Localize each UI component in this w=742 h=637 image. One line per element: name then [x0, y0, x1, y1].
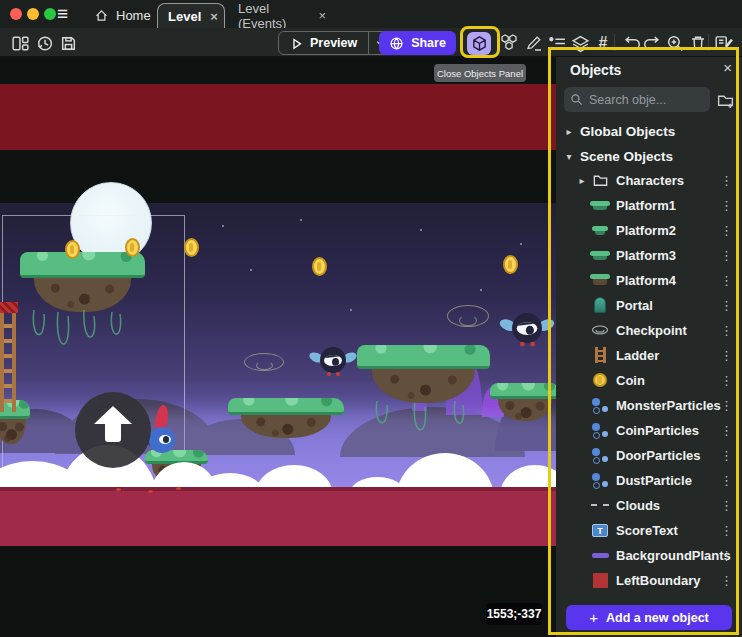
ufo-outline-object[interactable]: [447, 305, 489, 327]
plus-icon: +: [589, 609, 598, 626]
object-menu-icon[interactable]: ⋮: [720, 573, 733, 588]
add-folder-icon[interactable]: [714, 89, 736, 111]
close-panel-icon[interactable]: ×: [723, 59, 732, 76]
coin-object[interactable]: [125, 238, 140, 257]
platform-object[interactable]: [20, 252, 145, 312]
history-icon[interactable]: [32, 31, 56, 55]
pencil-edit-icon[interactable]: [522, 31, 546, 55]
object-row-checkpoint[interactable]: Checkpoint ⋮: [556, 318, 742, 342]
object-menu-icon[interactable]: ⋮: [720, 398, 733, 413]
section-scene-objects[interactable]: ▾ Scene Objects: [556, 144, 742, 168]
object-row-monsterparticles[interactable]: MonsterParticles ⋮: [556, 393, 742, 417]
object-menu-icon[interactable]: ⋮: [720, 373, 733, 388]
search-objects-field[interactable]: [564, 87, 710, 112]
close-tab-icon[interactable]: ×: [318, 8, 326, 23]
object-row-dustparticle[interactable]: DustParticle ⋮: [556, 468, 742, 492]
object-row-characters[interactable]: ▸ Characters ⋮: [556, 168, 742, 192]
objects-panel: Objects × ▸ Global Objects ▾ Scene Objec…: [556, 57, 742, 637]
object-menu-icon[interactable]: ⋮: [720, 473, 733, 488]
object-menu-icon[interactable]: ⋮: [720, 498, 733, 513]
panel-title: Objects: [570, 57, 621, 84]
tab-home[interactable]: Home: [84, 3, 154, 28]
add-new-object-button[interactable]: + Add a new object: [566, 605, 732, 630]
object-menu-icon[interactable]: ⋮: [720, 298, 733, 313]
object-row-leftboundary[interactable]: LeftBoundary ⋮: [556, 568, 742, 592]
edit-scene-properties-icon[interactable]: [712, 31, 736, 55]
chevron-collapsed-icon[interactable]: ▸: [562, 126, 576, 137]
grid-icon[interactable]: #: [591, 31, 615, 55]
particles-thumbnail-icon: [590, 446, 610, 464]
objects-panel-toggle[interactable]: [467, 31, 491, 55]
checkpoint-thumbnail-icon: [590, 321, 610, 339]
object-row-clouds[interactable]: Clouds ⋮: [556, 493, 742, 517]
zoom-window-button[interactable]: [44, 8, 56, 20]
panels-layout-icon[interactable]: [8, 31, 32, 55]
object-menu-icon[interactable]: ⋮: [720, 198, 733, 213]
instances-list-icon[interactable]: [545, 31, 569, 55]
jump-arrow-control[interactable]: [75, 392, 151, 468]
platform-object[interactable]: [490, 383, 556, 421]
object-menu-icon[interactable]: ⋮: [720, 323, 733, 338]
coin-object[interactable]: [184, 238, 199, 257]
object-row-platform3[interactable]: Platform3 ⋮: [556, 243, 742, 267]
scene-editor-canvas[interactable]: 1553;-337: [0, 57, 556, 637]
platform-object[interactable]: [357, 345, 490, 403]
platform-object[interactable]: [228, 398, 344, 438]
scene-ground-boundary: [0, 487, 556, 546]
object-menu-icon[interactable]: ⋮: [720, 423, 733, 438]
save-icon[interactable]: [56, 31, 80, 55]
tab-level[interactable]: Level ×: [157, 3, 225, 28]
eye: [159, 435, 171, 444]
object-row-portal[interactable]: Portal ⋮: [556, 293, 742, 317]
coin-object[interactable]: [503, 255, 518, 274]
object-row-platform4[interactable]: Platform4 ⋮: [556, 268, 742, 292]
object-row-ladder[interactable]: Ladder ⋮: [556, 343, 742, 367]
object-row-scoretext[interactable]: ScoreText ⋮: [556, 518, 742, 542]
monster-object[interactable]: [512, 313, 542, 343]
object-row-coinparticles[interactable]: CoinParticles ⋮: [556, 418, 742, 442]
redo-icon[interactable]: [641, 31, 665, 55]
close-window-button[interactable]: [10, 8, 22, 20]
object-row-backgroundplants[interactable]: BackgroundPlants ⋮: [556, 543, 742, 567]
object-menu-icon[interactable]: ⋮: [720, 548, 733, 563]
toolbar-separator: [708, 34, 709, 51]
chevron-collapsed-icon[interactable]: ▸: [576, 175, 588, 186]
object-menu-icon[interactable]: ⋮: [720, 273, 733, 288]
player-character-object[interactable]: [147, 407, 177, 455]
portal-thumbnail-icon: [590, 296, 610, 314]
object-menu-icon[interactable]: ⋮: [720, 523, 733, 538]
object-menu-icon[interactable]: ⋮: [720, 348, 733, 363]
object-row-doorparticles[interactable]: DoorParticles ⋮: [556, 443, 742, 467]
trash-icon[interactable]: [686, 31, 710, 55]
monster-object[interactable]: [320, 347, 346, 373]
globe-icon: [389, 36, 404, 51]
folder-icon: [590, 171, 610, 189]
minimize-window-button[interactable]: [27, 8, 39, 20]
tab-level-events[interactable]: Level (Events) ×: [228, 3, 336, 28]
object-row-coin[interactable]: Coin ⋮: [556, 368, 742, 392]
object-menu-icon[interactable]: ⋮: [720, 248, 733, 263]
coin-object[interactable]: [312, 257, 327, 276]
object-row-platform2[interactable]: Platform2 ⋮: [556, 218, 742, 242]
layers-icon[interactable]: [568, 31, 592, 55]
share-button[interactable]: Share: [379, 31, 456, 55]
chevron-expanded-icon[interactable]: ▾: [562, 151, 576, 162]
section-global-objects[interactable]: ▸ Global Objects: [556, 119, 742, 143]
main-menu-icon[interactable]: ≡: [57, 1, 68, 27]
close-tab-icon[interactable]: ×: [210, 9, 218, 24]
ufo-outline-object[interactable]: [244, 353, 284, 371]
object-menu-icon[interactable]: ⋮: [720, 223, 733, 238]
home-icon: [94, 8, 109, 23]
extensions-icon[interactable]: [497, 31, 521, 55]
search-input[interactable]: [589, 93, 704, 107]
object-row-platform1[interactable]: Platform1 ⋮: [556, 193, 742, 217]
zoom-in-icon[interactable]: [663, 31, 687, 55]
preview-button[interactable]: Preview: [278, 31, 391, 55]
object-menu-icon[interactable]: ⋮: [720, 173, 733, 188]
ladder-object[interactable]: [0, 313, 16, 412]
undo-icon[interactable]: [618, 31, 642, 55]
ladder-thumbnail-icon: [590, 346, 610, 364]
coin-object[interactable]: [65, 240, 80, 259]
coin-thumbnail-icon: [590, 371, 610, 389]
object-menu-icon[interactable]: ⋮: [720, 448, 733, 463]
